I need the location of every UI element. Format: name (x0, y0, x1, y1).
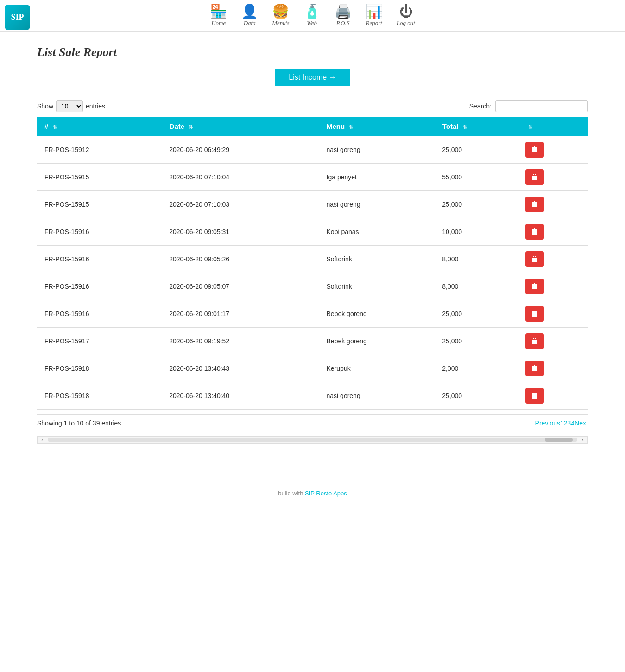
report-label: Report (366, 19, 382, 27)
delete-button-7[interactable]: 🗑 (525, 333, 544, 349)
logo-text: SIP (11, 13, 24, 22)
cell-menu: nasi goreng (319, 382, 435, 410)
list-income-button[interactable]: List Income → (275, 69, 350, 86)
page-content: List Sale Report List Income → Show 1025… (0, 32, 625, 457)
nav-item-logout[interactable]: ⏻ Log out (397, 5, 415, 27)
scroll-left-arrow[interactable]: ‹ (38, 436, 47, 444)
table-row: FR-POS-15916 2020-06-20 09:01:17 Bebek g… (37, 300, 588, 328)
cell-date: 2020-06-20 09:05:26 (162, 246, 319, 273)
pagination-page-1[interactable]: 1 (560, 419, 564, 427)
scroll-right-arrow[interactable]: › (578, 436, 587, 444)
show-label: Show (37, 102, 53, 110)
cell-action: 🗑 (518, 136, 588, 164)
nav-item-web[interactable]: 🧴 Web (303, 5, 321, 27)
cell-id: FR-POS-15916 (37, 246, 162, 273)
cell-date: 2020-06-20 13:40:43 (162, 355, 319, 382)
pagination: Previous1234Next (535, 419, 588, 427)
entries-label: entries (86, 102, 105, 110)
col-id[interactable]: # ⇅ (37, 117, 162, 136)
cell-total: 55,000 (435, 164, 518, 191)
nav-item-menus[interactable]: 🍔 Menu's (272, 5, 289, 27)
cell-id: FR-POS-15915 (37, 164, 162, 191)
cell-id: FR-POS-15916 (37, 273, 162, 300)
table-row: FR-POS-15918 2020-06-20 13:40:43 Kerupuk… (37, 355, 588, 382)
sort-icon-id: ⇅ (53, 124, 57, 130)
delete-button-9[interactable]: 🗑 (525, 388, 544, 404)
search-input[interactable] (495, 100, 588, 112)
delete-button-6[interactable]: 🗑 (525, 306, 544, 322)
cell-menu: nasi goreng (319, 136, 435, 164)
cell-id: FR-POS-15915 (37, 191, 162, 218)
col-action: ⇅ (518, 117, 588, 136)
sort-icon-menu: ⇅ (349, 124, 353, 130)
entries-select[interactable]: 102550100 (56, 100, 83, 112)
cell-total: 25,000 (435, 136, 518, 164)
show-entries: Show 102550100 entries (37, 100, 105, 112)
cell-date: 2020-06-20 09:01:17 (162, 300, 319, 328)
cell-date: 2020-06-20 07:10:04 (162, 164, 319, 191)
delete-button-0[interactable]: 🗑 (525, 142, 544, 158)
table-row: FR-POS-15912 2020-06-20 06:49:29 nasi go… (37, 136, 588, 164)
table-row: FR-POS-15916 2020-06-20 09:05:26 Softdri… (37, 246, 588, 273)
delete-button-3[interactable]: 🗑 (525, 224, 544, 240)
table-row: FR-POS-15915 2020-06-20 07:10:04 Iga pen… (37, 164, 588, 191)
cell-id: FR-POS-15912 (37, 136, 162, 164)
cell-date: 2020-06-20 09:05:07 (162, 273, 319, 300)
cell-menu: Softdrink (319, 273, 435, 300)
cell-action: 🗑 (518, 355, 588, 382)
sort-icon-date: ⇅ (189, 124, 193, 130)
cell-total: 10,000 (435, 218, 518, 246)
pagination-next[interactable]: Next (574, 419, 588, 427)
cell-action: 🗑 (518, 191, 588, 218)
table-row: FR-POS-15916 2020-06-20 09:05:07 Softdri… (37, 273, 588, 300)
cell-total: 25,000 (435, 191, 518, 218)
table-controls: Show 102550100 entries Search: (37, 100, 588, 112)
sort-icon-action: ⇅ (528, 124, 532, 130)
cell-action: 🗑 (518, 218, 588, 246)
table-footer: Showing 1 to 10 of 39 entries Previous12… (37, 414, 588, 431)
pos-label: P.O.S (336, 19, 350, 27)
cell-menu: Kopi panas (319, 218, 435, 246)
delete-button-1[interactable]: 🗑 (525, 169, 544, 185)
pagination-previous[interactable]: Previous (535, 419, 560, 427)
pos-icon: 🖨️ (335, 5, 352, 19)
cell-total: 25,000 (435, 300, 518, 328)
logout-label: Log out (397, 19, 415, 27)
nav-item-report[interactable]: 📊 Report (366, 5, 383, 27)
col-menu[interactable]: Menu ⇅ (319, 117, 435, 136)
home-label: Home (211, 19, 226, 27)
scroll-thumb[interactable] (545, 438, 573, 442)
delete-button-8[interactable]: 🗑 (525, 361, 544, 376)
nav-item-data[interactable]: 👤 Data (241, 5, 258, 27)
nav-item-home[interactable]: 🏪 Home (210, 5, 227, 27)
cell-action: 🗑 (518, 328, 588, 355)
cell-total: 2,000 (435, 355, 518, 382)
data-icon: 👤 (241, 5, 258, 19)
logout-icon: ⏻ (399, 5, 413, 19)
col-total[interactable]: Total ⇅ (435, 117, 518, 136)
menus-icon: 🍔 (272, 5, 289, 19)
pagination-page-2[interactable]: 2 (564, 419, 568, 427)
cell-id: FR-POS-15916 (37, 300, 162, 328)
horizontal-scrollbar[interactable]: ‹ › (37, 436, 588, 444)
cell-menu: Iga penyet (319, 164, 435, 191)
data-table: # ⇅ Date ⇅ Menu ⇅ Total ⇅ ⇅ FR-POS-15912… (37, 117, 588, 410)
col-date[interactable]: Date ⇅ (162, 117, 319, 136)
page-footer: build with SIP Resto Apps (0, 476, 625, 511)
delete-button-2[interactable]: 🗑 (525, 197, 544, 212)
cell-menu: Bebek goreng (319, 328, 435, 355)
delete-button-4[interactable]: 🗑 (525, 251, 544, 267)
cell-date: 2020-06-20 09:19:52 (162, 328, 319, 355)
cell-id: FR-POS-15918 (37, 355, 162, 382)
cell-menu: Bebek goreng (319, 300, 435, 328)
nav-menu: 🏪 Home 👤 Data 🍔 Menu's 🧴 Web 🖨️ P.O.S 📊 … (210, 5, 415, 27)
logo: SIP (5, 5, 30, 30)
nav-item-pos[interactable]: 🖨️ P.O.S (335, 5, 352, 27)
cell-id: FR-POS-15918 (37, 382, 162, 410)
cell-menu: nasi goreng (319, 191, 435, 218)
footer-link[interactable]: SIP Resto Apps (305, 490, 347, 497)
home-icon: 🏪 (210, 5, 227, 19)
delete-button-5[interactable]: 🗑 (525, 279, 544, 294)
cell-action: 🗑 (518, 273, 588, 300)
scroll-track[interactable] (48, 438, 577, 442)
